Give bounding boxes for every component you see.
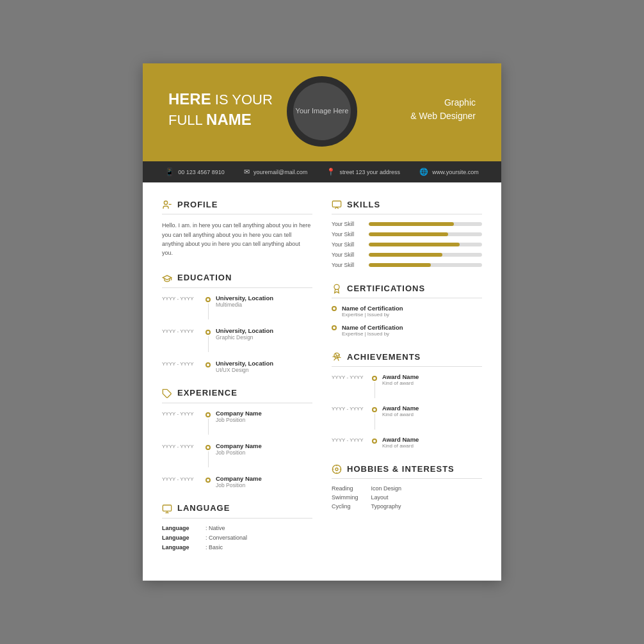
lang-level: : Conversational xyxy=(205,535,247,541)
language-section-title: LANGUAGE xyxy=(162,503,312,519)
hobbies-section-title: HOBBIES & INTERESTS xyxy=(332,463,482,479)
achievements-icon xyxy=(332,351,342,362)
exp-dot xyxy=(205,478,211,483)
exp-content: Company Name Job Position xyxy=(216,442,262,456)
cert-content: Name of Certification Expertise | Issued… xyxy=(342,305,403,318)
profile-icon xyxy=(162,198,172,210)
right-column: SKILLS Your Skill Your Skill Your Skill … xyxy=(332,198,482,565)
skills-section: SKILLS Your Skill Your Skill Your Skill … xyxy=(332,198,482,268)
exp-dot-col xyxy=(205,410,211,435)
skills-icon xyxy=(332,198,342,210)
edu-date: YYYY - YYYY xyxy=(162,294,200,302)
education-item: YYYY - YYYY University, Location Graphic… xyxy=(162,327,312,352)
job-title: Graphic& Web Designer xyxy=(410,96,476,123)
certifications-title-text: CERTIFICATIONS xyxy=(347,284,425,293)
skill-bar-bg xyxy=(369,222,482,226)
profile-section-title: PROFILE xyxy=(162,198,312,214)
skill-bar-fill xyxy=(369,243,460,246)
achieve-line xyxy=(374,414,375,430)
certifications-section-title: CERTIFICATIONS xyxy=(332,282,482,298)
hobbies-col1: ReadingSwimmingCycling xyxy=(332,485,358,510)
lang-level: : Native xyxy=(205,525,225,531)
hobby-item: Reading xyxy=(332,485,358,492)
profile-section: PROFILE Hello. I am. in here you can tel… xyxy=(162,198,312,258)
hobby-item: Typography xyxy=(371,503,402,510)
exp-position: Job Position xyxy=(216,449,262,456)
skill-bar-fill xyxy=(369,222,454,226)
achieve-dot xyxy=(372,407,377,412)
achieve-kind: Kind of award xyxy=(382,380,419,386)
exp-dot xyxy=(205,445,211,450)
exp-content: Company Name Job Position xyxy=(216,410,262,423)
lang-name: Language xyxy=(162,535,200,541)
achieve-award: Award Name xyxy=(382,436,419,443)
email-icon: ✉ xyxy=(244,168,250,176)
language-title-text: LANGUAGE xyxy=(177,503,230,513)
edu-content: University, Location Multimedia xyxy=(216,294,273,308)
achieve-award: Award Name xyxy=(382,405,419,412)
name-full: FULL xyxy=(168,112,206,128)
edu-dot-col xyxy=(205,360,211,367)
achieve-dot-col xyxy=(372,405,377,430)
contact-phone: 📱 00 123 4567 8910 xyxy=(165,168,225,176)
education-title-text: EDUCATION xyxy=(177,273,232,282)
edu-dot xyxy=(205,362,211,367)
svg-rect-6 xyxy=(332,201,341,207)
experience-section-title: EXPERIENCE xyxy=(162,387,312,403)
skill-label: Your Skill xyxy=(332,252,364,258)
edu-line xyxy=(208,303,209,319)
exp-line xyxy=(208,419,209,435)
certifications-section: CERTIFICATIONS Name of Certification Exp… xyxy=(332,282,482,337)
contact-address: 📍 street 123 your address xyxy=(326,168,400,176)
svg-point-7 xyxy=(334,284,339,289)
cert-name: Name of Certification xyxy=(342,305,403,312)
lang-level: : Basic xyxy=(205,544,223,551)
skill-item: Your Skill xyxy=(332,241,482,248)
achieve-dot xyxy=(372,439,377,444)
language-icon xyxy=(162,503,172,514)
cert-details: Expertise | Issued by xyxy=(342,312,403,318)
cert-item: Name of Certification Expertise | Issued… xyxy=(332,305,482,318)
edu-field: Graphic Design xyxy=(216,334,273,341)
achievements-title-text: ACHIEVEMENTS xyxy=(347,352,421,362)
skill-bar-bg xyxy=(369,263,482,267)
skill-bar-bg xyxy=(369,253,482,257)
skills-section-title: SKILLS xyxy=(332,198,482,214)
education-item: YYYY - YYYY University, Location Multime… xyxy=(162,294,312,319)
location-icon: 📍 xyxy=(326,168,335,176)
cert-details: Expertise | Issued by xyxy=(342,331,403,337)
name-name: NAME xyxy=(206,111,252,128)
education-section-title: EDUCATION xyxy=(162,272,312,288)
cert-content: Name of Certification Expertise | Issued… xyxy=(342,324,403,337)
achieve-dot-col xyxy=(372,373,377,398)
edu-dot xyxy=(205,330,211,335)
svg-point-10 xyxy=(335,468,338,471)
language-list: Language : Native Language : Conversatio… xyxy=(162,525,312,551)
edu-institution: University, Location xyxy=(216,294,273,302)
experience-section: EXPERIENCE YYYY - YYYY Company Name Job … xyxy=(162,387,312,488)
achieve-award: Award Name xyxy=(382,373,419,380)
achieve-content: Award Name Kind of award xyxy=(382,405,419,417)
svg-point-0 xyxy=(164,201,167,204)
achieve-kind: Kind of award xyxy=(382,412,419,417)
profile-image-outer: Your Image Here xyxy=(287,76,357,147)
hobby-item: Swimming xyxy=(332,494,358,501)
achieve-dot-col xyxy=(372,436,377,444)
exp-dot-col xyxy=(205,442,211,467)
cert-dot xyxy=(332,306,337,311)
full-name: HERE IS YOUR FULL NAME xyxy=(168,89,273,129)
achievements-list: YYYY - YYYY Award Name Kind of award YYY… xyxy=(332,373,482,449)
hobby-item: Icon Design xyxy=(371,485,402,492)
contact-website: 🌐 www.yoursite.com xyxy=(419,168,479,176)
language-item: Language : Conversational xyxy=(162,535,312,541)
experience-icon xyxy=(162,387,172,399)
globe-icon: 🌐 xyxy=(419,168,428,176)
exp-line xyxy=(208,451,209,467)
name-here: HERE xyxy=(168,90,211,108)
skill-label: Your Skill xyxy=(332,221,364,227)
phone-icon: 📱 xyxy=(165,168,174,176)
cert-item: Name of Certification Expertise | Issued… xyxy=(332,324,482,337)
exp-date: YYYY - YYYY xyxy=(162,410,200,417)
edu-line xyxy=(208,336,209,352)
resume-document: HERE IS YOUR FULL NAME Your Image Here G… xyxy=(143,63,501,581)
